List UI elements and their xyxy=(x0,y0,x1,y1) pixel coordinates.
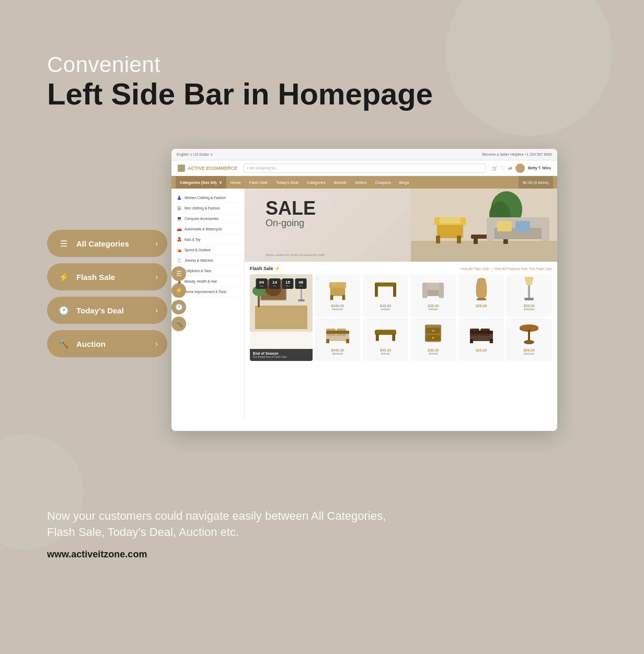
svg-rect-50 xyxy=(326,331,349,334)
product-image-table-1 xyxy=(506,319,552,347)
svg-rect-63 xyxy=(490,339,493,343)
topbar-right: Become a Seller Helpline +1 234 567 8900 xyxy=(482,153,552,156)
float-menu-icon[interactable]: ☰ xyxy=(171,266,186,281)
user-avatar xyxy=(515,164,525,173)
gavel-icon: 🔨 xyxy=(56,336,71,351)
float-gavel-icon[interactable]: 🔨 xyxy=(171,317,186,331)
sidebar-cat-auto-label: Automobile & Motorcycle xyxy=(185,227,222,231)
product-image-sofa-1 xyxy=(410,274,456,303)
header-section: Convenient Left Side Bar in Homepage xyxy=(47,52,433,111)
product-item-chair-1[interactable]: $449.00 $549.00 xyxy=(315,274,361,317)
float-clock-icon[interactable]: 🕐 xyxy=(171,300,186,314)
product-price-lamp-1: $99.00 xyxy=(523,303,534,308)
search-bar[interactable]: I am shopping for... xyxy=(244,164,486,173)
sidebar-cat-men[interactable]: 👔 Men clothing & Fashion xyxy=(171,203,244,214)
chair-svg-1 xyxy=(328,277,348,300)
product-item-nightstand-1[interactable]: $39.00 $49.00 xyxy=(410,319,456,361)
product-image-vase-1 xyxy=(458,274,504,303)
nav-item-coupons[interactable]: Coupons xyxy=(371,176,395,189)
store-logo-text: ACTIVE ECOMMERCE xyxy=(188,166,237,171)
nav-item-todays-deal[interactable]: Today's Deal xyxy=(272,176,303,189)
main-content: 👗 Women Clothing & Fashion 👔 Men clothin… xyxy=(171,189,557,419)
product-item-darkbed-1[interactable]: $39.00 xyxy=(458,319,504,361)
topbar-left: English ∨ US Dollar ∨ xyxy=(177,153,213,157)
pill-todays-deal[interactable]: 🕐 Today's Deal › xyxy=(47,297,167,324)
svg-rect-32 xyxy=(342,295,345,300)
vase-svg-1 xyxy=(474,277,489,300)
svg-rect-35 xyxy=(393,285,396,297)
product-old-price-nightstand-1: $49.00 xyxy=(429,352,438,356)
table-svg-1 xyxy=(518,322,540,344)
sidebar-cat-auto[interactable]: 🚗 Automobile & Motorcycle xyxy=(171,224,244,235)
view-all-products-link[interactable]: View All Products from This Flash Sale xyxy=(494,267,552,271)
pill-all-categories[interactable]: ☰ All Categories › xyxy=(47,230,167,257)
featured-product-item[interactable]: 04 Day 14 Hrs 15 Min xyxy=(250,274,313,361)
product-item-desk-1[interactable]: $49.00 $49.00 xyxy=(363,274,409,317)
countdown-days: 04 Day xyxy=(256,278,268,289)
nav-item-brands[interactable]: Brands xyxy=(330,176,351,189)
nav-categories[interactable]: Categories (See All) ∨ xyxy=(176,176,226,189)
product-image-desk-1 xyxy=(363,274,409,303)
bed-svg-1 xyxy=(325,323,350,343)
svg-rect-67 xyxy=(528,330,530,341)
sidebar-cat-jewelry[interactable]: 💍 Jewelry & Watches xyxy=(171,255,244,266)
nav-item-categories[interactable]: Categories xyxy=(303,176,330,189)
svg-rect-1 xyxy=(411,241,557,262)
svg-rect-49 xyxy=(346,339,349,343)
sidebar-cat-sports[interactable]: ⛺ Sports & Outdoor xyxy=(171,245,244,255)
svg-rect-53 xyxy=(392,333,395,341)
pill-flash-sale[interactable]: ⚡ Flash Sale › xyxy=(47,263,167,290)
sports-icon: ⛺ xyxy=(177,248,182,252)
browser-topbar: English ∨ US Dollar ∨ Become a Seller He… xyxy=(171,149,557,160)
chevron-right-icon-4: › xyxy=(155,340,158,348)
sidebar-cat-computer[interactable]: 💻 Computer Accessories xyxy=(171,214,244,224)
nav-item-blogs[interactable]: Blogs xyxy=(395,176,413,189)
product-item-sofa-1[interactable]: $39.00 $49.00 xyxy=(410,274,456,317)
nav-bar: Categories (See All) ∨ Home Flash Sale T… xyxy=(171,176,557,189)
product-item-bench-1[interactable]: $49.00 $49.00 xyxy=(363,319,409,361)
svg-rect-33 xyxy=(375,283,396,287)
mockup-right: SALE On-going Demo content for Active eC… xyxy=(245,189,557,419)
float-flash-icon[interactable]: ⚡ xyxy=(171,283,186,298)
sidebar-cat-women[interactable]: 👗 Women Clothing & Fashion xyxy=(171,193,244,203)
svg-rect-17 xyxy=(515,221,530,231)
svg-rect-18 xyxy=(440,217,461,224)
sofa-svg-1 xyxy=(421,278,445,299)
product-item-table-1[interactable]: $99.00 $119.00 xyxy=(506,319,552,361)
product-old-price-bed-1: $549.00 xyxy=(332,352,343,356)
sidebar-cat-men-label: Men clothing & Fashion xyxy=(185,206,220,210)
nav-item-flash-sale[interactable]: Flash Sale xyxy=(245,176,272,189)
lamp-svg-1 xyxy=(521,276,537,302)
darkbed-svg-1 xyxy=(469,323,494,343)
svg-marker-42 xyxy=(524,277,534,285)
svg-rect-44 xyxy=(524,298,534,300)
cart-icon: 🛒 xyxy=(492,166,498,171)
product-item-lamp-1[interactable]: $99.00 $119.00 xyxy=(506,274,552,317)
bottom-text-section: Now your customers could navigate easily… xyxy=(47,508,597,560)
chevron-right-icon: › xyxy=(155,239,158,248)
sidebar-cat-computer-label: Computer Accessories xyxy=(185,217,218,220)
product-price-vase-1: $39.00 xyxy=(476,303,487,308)
product-old-price-bench-1: $49.00 xyxy=(381,352,390,356)
svg-rect-43 xyxy=(528,285,530,299)
pill-auction[interactable]: 🔨 Auction › xyxy=(47,330,167,357)
computer-icon: 💻 xyxy=(177,216,182,221)
product-image-bench-1 xyxy=(363,319,409,347)
product-item-vase-1[interactable]: $39.00 xyxy=(458,274,504,317)
sidebar-cat-beauty-label: Beauty, Health & Hair xyxy=(185,279,217,283)
kids-icon: 🧸 xyxy=(177,237,182,242)
product-item-bed-1[interactable]: $449.00 $549.00 xyxy=(315,319,361,361)
svg-rect-20 xyxy=(255,306,307,329)
flash-sale-section: Flash Sale ⚡ View All Flash Sale | View … xyxy=(245,262,557,365)
view-all-flash-link[interactable]: View All Flash Sale xyxy=(461,267,489,271)
nav-item-sellers[interactable]: Sellers xyxy=(351,176,371,189)
sidebar-cat-kids[interactable]: 🧸 Kids & Toy xyxy=(171,235,244,245)
svg-rect-31 xyxy=(330,295,334,300)
nav-item-home[interactable]: Home xyxy=(226,176,245,189)
product-price-sofa-1: $39.00 xyxy=(428,303,439,308)
nav-cart[interactable]: $0.00 (0 items) xyxy=(519,176,553,189)
chevron-right-icon-2: › xyxy=(155,273,158,281)
product-image-chair-1 xyxy=(315,274,361,303)
hero-demo-text: Demo content for Active eCommerce CMS xyxy=(266,253,325,256)
pill-all-categories-label: All Categories xyxy=(76,239,155,248)
